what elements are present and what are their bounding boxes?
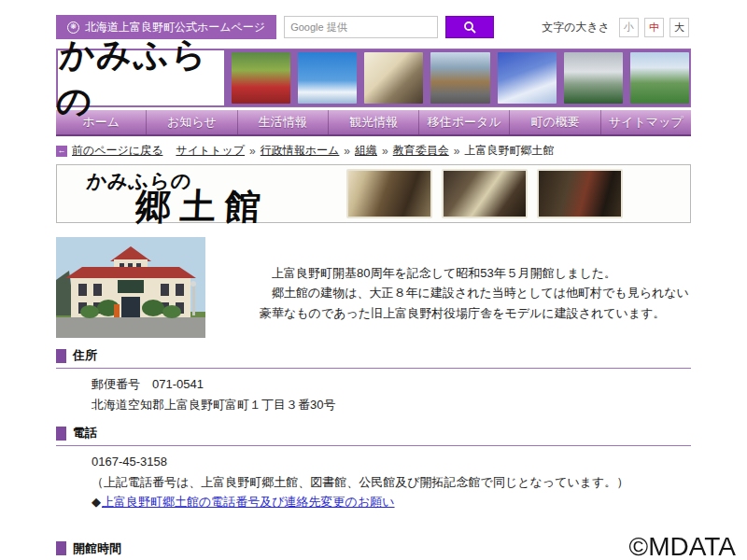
back-arrow-icon: ← <box>56 146 67 157</box>
banner-photo-mountain <box>564 52 623 104</box>
breadcrumb-separator: » <box>454 145 460 158</box>
section-phone: 電話 0167-45-3158 （上記電話番号は、上富良野町郷土館、図書館、公民… <box>56 425 691 517</box>
phone-note: （上記電話番号は、上富良野町郷土館、図書館、公民館及び開拓記念館で同じとなってい… <box>92 473 691 492</box>
page-container: ❋ 北海道上富良野町公式ホームページ 文字の大きさ 小 中 大 かみふらの <box>56 14 691 560</box>
font-size-controls: 文字の大きさ 小 中 大 <box>542 18 689 37</box>
museum-interior-photo-2 <box>442 169 528 218</box>
page-title-banner: かみふらの 郷土館 <box>56 164 691 223</box>
banner-calligraphy-text: かみふらの <box>55 32 228 125</box>
museum-interior-photo-3 <box>537 169 623 218</box>
phone-change-link[interactable]: 上富良野町郷土館の電話番号及び連絡先変更のお願い <box>102 495 395 509</box>
intro-text: 上富良野町開基80周年を記念して昭和53年５月開館しました。 郷土館の建物は、大… <box>260 237 691 338</box>
page-title: かみふらの 郷土館 <box>61 168 337 219</box>
section-marker <box>56 349 66 363</box>
nav-item-migration[interactable]: 移住ポータル <box>418 110 509 134</box>
font-size-large-button[interactable]: 大 <box>669 18 689 37</box>
breadcrumb-link-education[interactable]: 教育委員会 <box>393 143 449 159</box>
section-address: 住所 郵便番号 071-0541 北海道空知郡上富良野町富町１丁目３番30号 <box>56 347 691 419</box>
breadcrumb-separator: » <box>249 145 256 158</box>
page-title-kanji: 郷土館 <box>134 183 272 231</box>
phone-body: 0167-45-3158 （上記電話番号は、上富良野町郷土館、図書館、公民館及び… <box>56 446 691 517</box>
banner-photo-flower-field <box>232 52 290 104</box>
phone-number: 0167-45-3158 <box>92 453 691 471</box>
search-button[interactable] <box>445 16 494 38</box>
banner-photo-snow-hills <box>498 52 557 104</box>
breadcrumb-link-sitetop[interactable]: サイトトップ <box>176 143 245 159</box>
intro-block: 上富良野町開基80周年を記念して昭和53年５月開館しました。 郷土館の建物は、大… <box>56 237 691 338</box>
nav-item-living[interactable]: 生活情報 <box>237 110 328 134</box>
phone-heading: 電話 <box>73 425 97 441</box>
font-size-small-button[interactable]: 小 <box>619 18 639 37</box>
phone-link-row: ◆上富良野町郷土館の電話番号及び連絡先変更のお願い <box>92 493 691 511</box>
hours-heading-row: 開館時間 <box>56 540 691 560</box>
breadcrumb-current: 上富良野町郷土館 <box>464 143 554 159</box>
watermark: ©MDATA <box>629 532 736 560</box>
breadcrumb-separator: » <box>344 145 350 158</box>
address-line: 北海道空知郡上富良野町富町１丁目３番30号 <box>92 396 691 414</box>
address-heading-row: 住所 <box>56 347 691 369</box>
banner-calligraphy-box: かみふらの <box>58 50 224 105</box>
diamond-bullet-icon: ◆ <box>92 495 101 509</box>
banner-photo-crane <box>364 52 423 104</box>
section-hours: 開館時間 ９時00分から16時00分 <box>56 540 691 560</box>
font-size-medium-button[interactable]: 中 <box>644 18 664 37</box>
nav-item-tourism[interactable]: 観光情報 <box>328 110 418 134</box>
banner-photo-signpost-sky <box>298 52 357 104</box>
breadcrumb-separator: » <box>382 145 388 158</box>
back-link[interactable]: 前のページに戻る <box>72 143 162 159</box>
breadcrumb-link-org[interactable]: 組織 <box>355 143 377 159</box>
museum-interior-photo-1 <box>346 169 432 218</box>
search-icon <box>463 21 476 34</box>
header-photo-banner: かみふらの <box>56 49 691 107</box>
postal-code: 郵便番号 071-0541 <box>92 375 691 394</box>
address-heading: 住所 <box>73 347 97 364</box>
section-marker <box>56 427 66 441</box>
font-size-label: 文字の大きさ <box>542 20 610 35</box>
intro-paragraph-1: 上富良野町開基80周年を記念して昭和53年５月開館しました。 <box>260 263 691 283</box>
hours-heading: 開館時間 <box>73 540 121 557</box>
phone-heading-row: 電話 <box>56 425 691 446</box>
search-area <box>284 16 494 38</box>
nav-item-overview[interactable]: 町の概要 <box>509 110 599 134</box>
section-marker <box>56 541 66 555</box>
museum-building-photo <box>56 237 205 338</box>
intro-paragraph-2: 郷土館の建物は、大正８年に建設された当時としては他町村でも見られない豪華なもので… <box>260 283 691 323</box>
address-body: 郵便番号 071-0541 北海道空知郡上富良野町富町１丁目３番30号 <box>56 369 691 419</box>
breadcrumb-link-admin[interactable]: 行政情報ホーム <box>261 143 340 159</box>
search-input[interactable] <box>284 16 438 38</box>
nav-item-sitemap[interactable]: サイトマップ <box>600 110 691 134</box>
banner-photo-green-field <box>630 52 689 104</box>
banner-photo-road <box>430 52 489 104</box>
breadcrumb: ← 前のページに戻る サイトトップ » 行政情報ホーム » 組織 » 教育委員会… <box>56 143 691 159</box>
